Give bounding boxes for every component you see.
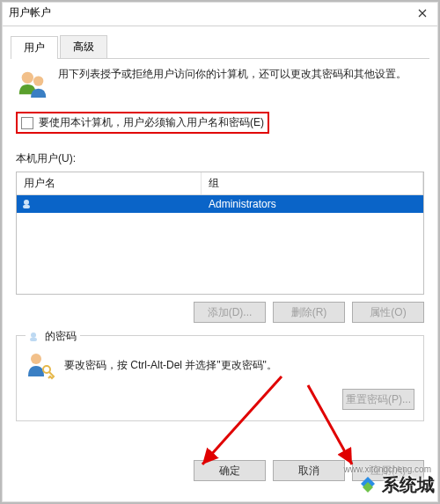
user-table-header: 用户名 组 [17, 172, 423, 195]
intro-row: 用下列表授予或拒绝用户访问你的计算机，还可以更改其密码和其他设置。 [16, 66, 424, 99]
close-button[interactable] [405, 0, 440, 26]
ok-button-label: 确定 [219, 464, 240, 478]
tab-advanced[interactable]: 高级 [60, 35, 107, 58]
require-password-row: 要使用本计算机，用户必须输入用户名和密码(E) [16, 112, 269, 134]
password-hint-text: 要改密码，按 Ctrl-Alt-Del 并选择"更改密码"。 [64, 358, 277, 373]
svg-point-7 [43, 366, 50, 373]
watermark-text: 系统城 [382, 473, 435, 497]
svg-point-0 [22, 72, 33, 84]
svg-point-2 [24, 200, 29, 205]
delete-button[interactable]: 删除(R) [273, 302, 345, 323]
close-icon [418, 9, 427, 18]
key-user-icon [26, 350, 55, 380]
properties-button-label: 属性(O) [370, 305, 406, 320]
cell-group: Administrators [202, 198, 423, 210]
svg-rect-5 [30, 338, 37, 341]
properties-button[interactable]: 属性(O) [352, 302, 424, 323]
svg-point-4 [31, 332, 36, 338]
user-icon [22, 199, 34, 209]
cancel-button-label: 取消 [298, 464, 319, 478]
cell-username [17, 199, 202, 209]
svg-rect-3 [23, 205, 30, 208]
cancel-button[interactable]: 取消 [273, 460, 345, 481]
reset-password-label: 重置密码(P)... [346, 392, 411, 407]
user-icon [29, 332, 41, 342]
password-legend: 的密码 [26, 329, 80, 344]
intro-text: 用下列表授予或拒绝用户访问你的计算机，还可以更改其密码和其他设置。 [58, 66, 407, 82]
svg-point-6 [31, 354, 41, 364]
password-legend-text: 的密码 [45, 329, 77, 344]
password-group: 的密码 要改密码，按 Ctrl-Alt-Del 并选择"更改密码"。 重置密码(… [16, 335, 424, 421]
user-list-caption: 本机用户(U): [16, 151, 424, 166]
col-username[interactable]: 用户名 [17, 172, 202, 194]
window-title: 用户帐户 [9, 5, 51, 20]
require-password-checkbox[interactable] [21, 117, 33, 129]
tab-user[interactable]: 用户 [11, 36, 58, 59]
add-button[interactable]: 添加(D)... [194, 302, 266, 323]
tab-user-label: 用户 [24, 41, 45, 54]
watermark: 系统城 [357, 473, 435, 497]
table-row[interactable]: Administrators [17, 195, 423, 213]
ok-button[interactable]: 确定 [194, 460, 266, 481]
user-table: 用户名 组 Administrators [16, 172, 424, 295]
password-button-row: 重置密码(P)... [26, 389, 414, 410]
password-hint-row: 要改密码，按 Ctrl-Alt-Del 并选择"更改密码"。 [26, 350, 414, 380]
add-button-label: 添加(D)... [208, 305, 253, 320]
delete-button-label: 删除(R) [291, 305, 327, 320]
user-button-row: 添加(D)... 删除(R) 属性(O) [16, 302, 424, 323]
tab-advanced-label: 高级 [73, 40, 94, 53]
tab-body: 用下列表授予或拒绝用户访问你的计算机，还可以更改其密码和其他设置。 要使用本计算… [0, 59, 440, 428]
users-icon [16, 66, 49, 99]
reset-password-button[interactable]: 重置密码(P)... [342, 389, 414, 410]
col-group[interactable]: 组 [202, 172, 423, 194]
require-password-label: 要使用本计算机，用户必须输入用户名和密码(E) [39, 115, 264, 130]
tab-bar: 用户 高级 [11, 35, 429, 59]
svg-point-1 [33, 76, 43, 85]
watermark-logo-icon [357, 475, 378, 496]
title-bar: 用户帐户 [0, 0, 440, 26]
